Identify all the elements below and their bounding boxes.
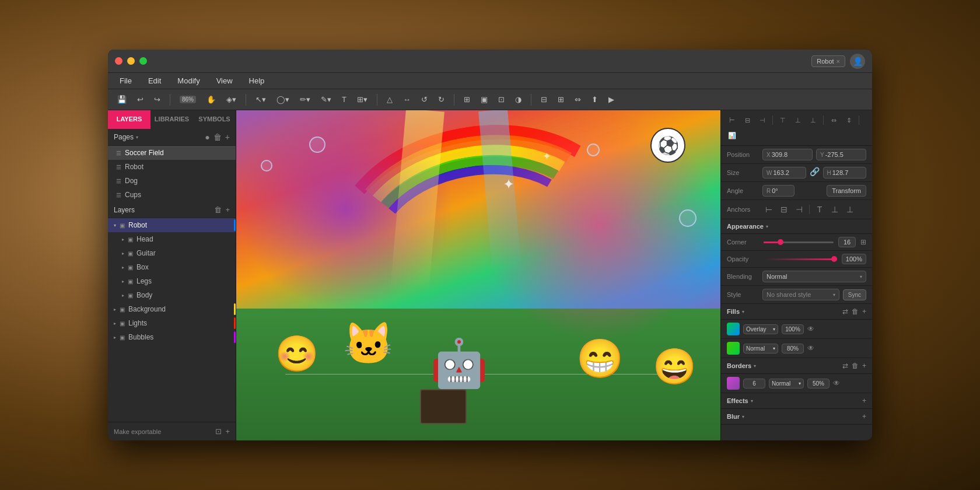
page-robot[interactable]: ☰ Robot — [108, 160, 236, 174]
align-center-v-btn[interactable]: ⊥ — [792, 114, 804, 127]
anchor-bottom[interactable]: ⊥ — [844, 203, 856, 216]
border-size-1[interactable]: 6 — [743, 379, 765, 388]
layer-box[interactable]: ▸ ▣ Box — [108, 260, 236, 274]
w-field[interactable]: W 163.2 — [762, 167, 806, 178]
sync-button[interactable]: Sync — [843, 289, 866, 300]
corner-slider-thumb[interactable] — [778, 239, 783, 245]
dist-btn[interactable]: ⊞ — [554, 93, 568, 106]
add-export-btn[interactable]: + — [225, 427, 230, 436]
borders-replace-btn[interactable]: ⇄ — [842, 362, 848, 370]
style-select[interactable]: No shared style ▾ — [762, 289, 839, 300]
delete-page-btn[interactable]: 🗑 — [214, 132, 222, 142]
toggle-btn[interactable]: ● — [205, 132, 209, 142]
fill-visibility-1[interactable]: 👁 — [807, 325, 814, 333]
align-right-btn[interactable]: ⊣ — [756, 114, 769, 127]
anchor-center-h[interactable]: ⊟ — [778, 203, 790, 216]
align-top-btn[interactable]: ⊤ — [776, 114, 789, 127]
align-btn[interactable]: ⊟ — [537, 93, 551, 106]
undo-btn[interactable]: ↩ — [134, 93, 147, 106]
close-button[interactable] — [115, 57, 123, 65]
corner-slider-track[interactable] — [764, 242, 834, 243]
arrange-btn[interactable]: ⊞ — [460, 93, 474, 106]
menu-help[interactable]: Help — [247, 75, 267, 86]
border-visibility-1[interactable]: 👁 — [833, 379, 840, 387]
text-btn[interactable]: T — [338, 93, 350, 106]
redo-btn[interactable]: ↪ — [150, 93, 164, 106]
align-left-btn[interactable]: ⊢ — [726, 114, 738, 127]
export-btn[interactable]: ⬆ — [588, 93, 601, 106]
rotate-left-btn[interactable]: ↺ — [418, 93, 431, 106]
bar-chart-btn[interactable]: 📊 — [726, 129, 738, 142]
user-badge[interactable]: Robot × — [811, 55, 845, 67]
save-btn[interactable]: 💾 — [114, 93, 130, 106]
lock-ratio-btn[interactable]: 🔗 — [810, 167, 820, 178]
dist-h-btn[interactable]: ⇔ — [827, 114, 840, 127]
fill-visibility-2[interactable]: 👁 — [807, 344, 814, 352]
align-bottom-btn[interactable]: ⊥ — [807, 114, 820, 127]
borders-add-btn[interactable]: + — [862, 362, 866, 370]
pen-btn[interactable]: ✏▾ — [296, 93, 314, 106]
border-mode-1[interactable]: Normal ▾ — [769, 379, 804, 388]
page-dog[interactable]: ☰ Dog 🔒 👁 — [108, 174, 236, 188]
anchor-right[interactable]: ⊣ — [793, 203, 806, 216]
eye-icon[interactable]: 👁 — [223, 177, 230, 185]
fill-swatch-1[interactable] — [727, 323, 740, 335]
tab-symbols[interactable]: SYMBOLS — [193, 110, 236, 129]
corner-value[interactable]: 16 — [838, 237, 856, 247]
preview-btn[interactable]: ▶ — [605, 93, 618, 106]
effects-add-btn[interactable]: + — [862, 397, 866, 405]
minimize-button[interactable] — [127, 57, 135, 65]
rotate-right-btn[interactable]: ↻ — [435, 93, 448, 106]
flatten-btn[interactable]: ⊡ — [495, 93, 508, 106]
fill-opacity-2[interactable]: 80% — [782, 344, 804, 354]
export-slice-btn[interactable]: ⊡ — [215, 427, 222, 436]
page-soccer-field[interactable]: ☰ Soccer Field — [108, 146, 236, 160]
layer-lights[interactable]: ▸ ▣ Lights — [108, 316, 236, 330]
shape-btn[interactable]: ◯▾ — [273, 93, 293, 106]
layer-robot[interactable]: ▾ ▣ Robot — [108, 218, 236, 232]
fills-add-btn[interactable]: + — [862, 307, 866, 316]
blending-select[interactable]: Normal ▾ — [762, 271, 866, 282]
x-field[interactable]: X 309.8 — [762, 149, 813, 160]
user-avatar[interactable]: 👤 — [850, 54, 865, 69]
layer-head[interactable]: ▸ ▣ Head — [108, 232, 236, 246]
move-btn[interactable]: ✋ — [203, 93, 219, 106]
anchor-center-v[interactable]: ⊥ — [828, 203, 841, 216]
insert-btn[interactable]: ◈▾ — [223, 93, 240, 106]
border-swatch-1[interactable] — [727, 377, 740, 390]
borders-delete-btn[interactable]: 🗑 — [852, 362, 859, 370]
tab-libraries[interactable]: LIBRARIES — [150, 110, 193, 129]
group-btn[interactable]: ▣ — [477, 93, 491, 106]
add-page-btn[interactable]: + — [225, 132, 230, 142]
fill-opacity-1[interactable]: 100% — [782, 324, 804, 334]
layer-background[interactable]: ▸ ▣ Background — [108, 302, 236, 316]
fills-replace-btn[interactable]: ⇄ — [842, 307, 848, 316]
y-field[interactable]: Y -275.5 — [816, 149, 866, 160]
layer-body[interactable]: ▸ ▣ Body — [108, 288, 236, 302]
blur-add-btn[interactable]: + — [862, 412, 866, 421]
align-center-h-btn[interactable]: ⊟ — [741, 114, 754, 127]
symbol-btn[interactable]: △ — [383, 93, 396, 106]
add-layer-btn[interactable]: + — [225, 205, 230, 214]
fill-swatch-2[interactable] — [727, 342, 740, 355]
tab-layers[interactable]: LAYERS — [108, 110, 150, 129]
transform-button[interactable]: Transform — [827, 185, 866, 197]
angle-field[interactable]: R 0° — [762, 185, 794, 197]
mirror2-btn[interactable]: ⇔ — [571, 93, 584, 106]
menu-edit[interactable]: Edit — [146, 75, 163, 86]
dist-v-btn[interactable]: ⇕ — [842, 114, 855, 127]
layer-guitar[interactable]: ▸ ▣ Guitar — [108, 246, 236, 260]
opacity-slider-thumb[interactable] — [831, 256, 837, 262]
select-btn[interactable]: ↖▾ — [252, 93, 270, 106]
menu-view[interactable]: View — [214, 75, 235, 86]
canvas-area[interactable]: ⚽ 😊 🐱 🤖 😁 😄 ✦ ✦ — [236, 110, 720, 440]
layer-legs[interactable]: ▸ ▣ Legs — [108, 274, 236, 288]
h-field[interactable]: H 128.7 — [823, 167, 867, 178]
opacity-slider-track[interactable] — [764, 258, 837, 260]
menu-file[interactable]: File — [117, 75, 134, 86]
mirror-btn[interactable]: ↔ — [400, 93, 414, 106]
image-btn[interactable]: ⊞▾ — [354, 93, 371, 106]
page-cups[interactable]: ☰ Cups — [108, 188, 236, 202]
pencil-btn[interactable]: ✎▾ — [317, 93, 335, 106]
fill-mode-2[interactable]: Normal ▾ — [743, 344, 778, 354]
